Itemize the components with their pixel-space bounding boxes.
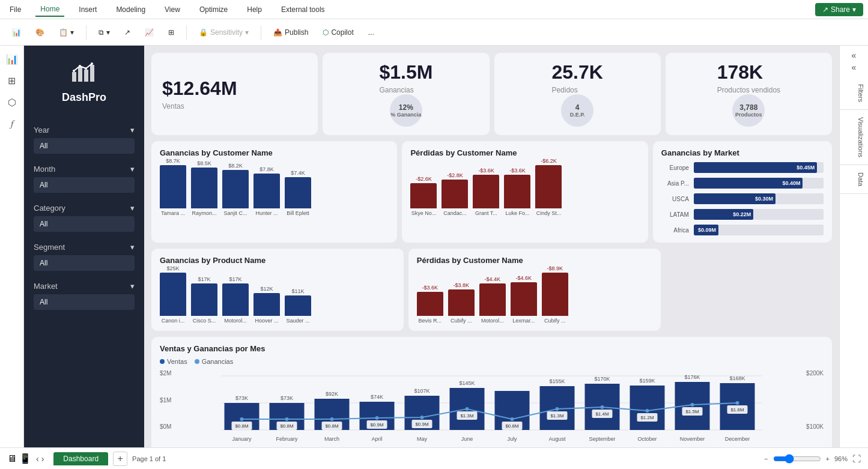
table-btn[interactable]: ⊞	[163, 26, 179, 39]
copilot-icon: ⬡	[323, 28, 329, 37]
filter-market-label[interactable]: Market ▾	[34, 282, 135, 291]
main-area: 📊 ⊞ ⬡ 𝑓 DashPro	[0, 46, 868, 447]
filter-category-select[interactable]: All	[34, 216, 135, 232]
perdidas-bar-0: -$2.6K Skye No...	[410, 176, 437, 216]
content-area: $12.64M Ventas $1.5M Ganancias 12% % Gan…	[144, 46, 839, 447]
ganancias-dot	[195, 359, 199, 364]
svg-rect-3	[90, 65, 94, 82]
kpi-pedidos-value: 25.7K	[551, 61, 602, 83]
insert-visual-btn[interactable]: 📈	[140, 26, 159, 39]
filter-month-select[interactable]: All	[34, 177, 135, 193]
chevron-down-icon: ▾	[130, 204, 135, 213]
zoom-plus-icon[interactable]: +	[826, 455, 830, 462]
publish-button[interactable]: 📤 Publish	[269, 26, 313, 39]
format-btn[interactable]: 🎨	[31, 26, 49, 39]
clipboard-btn[interactable]: 📋 ▾	[54, 26, 79, 39]
filter-segment-select[interactable]: All	[34, 255, 135, 271]
product-bar-0: $25K Canon i...	[160, 265, 186, 324]
menu-modeling[interactable]: Modeling	[111, 3, 150, 16]
share-button[interactable]: ↗ Share ▾	[815, 3, 863, 16]
chart-perdidas-customer: Pérdidas by Customer Name -$2.6K Skye No…	[402, 141, 648, 243]
next-page-btn[interactable]: ›	[41, 454, 44, 464]
kpi-ventas-value: $12.64M	[162, 77, 307, 100]
y-axis-right: $200K $100K	[806, 370, 824, 430]
svg-text:$1.3M: $1.3M	[460, 413, 474, 419]
tab-visualizations[interactable]: Visualizations	[840, 110, 868, 165]
add-page-btn[interactable]: +	[113, 452, 127, 466]
filter-month-label[interactable]: Month ▾	[34, 165, 135, 174]
copy-icon: ⧉	[99, 28, 104, 37]
zoom-level: 96%	[834, 455, 848, 462]
kpi-ganancias: $1.5M Ganancias 12% % Ganancia	[323, 53, 489, 135]
menu-external[interactable]: External tools	[276, 3, 330, 16]
dashboard-tab[interactable]: Dashboard	[53, 452, 108, 465]
fit-page-icon[interactable]: ⛶	[852, 454, 861, 464]
tab-filters[interactable]: Filters	[840, 77, 868, 110]
mobile-view-icon[interactable]: 📱	[19, 453, 31, 464]
menu-home[interactable]: Home	[35, 2, 64, 17]
filter-category-label[interactable]: Category ▾	[34, 204, 135, 213]
strip-dax-icon[interactable]: 𝑓	[4, 115, 20, 132]
menu-file[interactable]: File	[5, 3, 26, 16]
divider-1	[86, 25, 86, 40]
svg-text:November: November	[680, 436, 705, 442]
svg-text:$1.5M: $1.5M	[685, 409, 699, 414]
strip-model-icon[interactable]: ⬡	[4, 94, 20, 110]
legend-ganancias: Ganancias	[195, 358, 234, 365]
export-btn[interactable]: ↗	[120, 26, 135, 39]
copilot-button[interactable]: ⬡ Copilot	[318, 26, 358, 39]
prev-page-btn[interactable]: ‹	[36, 454, 39, 464]
page-nav: ‹ ›	[36, 454, 44, 464]
svg-text:$155K: $155K	[549, 378, 565, 384]
strip-chart-icon[interactable]: 📊	[4, 50, 20, 67]
chevron-down-icon: ▾	[106, 28, 110, 37]
kpi-productos-value: 178K	[717, 61, 780, 83]
svg-text:July: July	[507, 436, 517, 442]
menu-insert[interactable]: Insert	[74, 3, 102, 16]
new-visual-btn[interactable]: 📊	[7, 26, 26, 39]
svg-text:$73K: $73K	[281, 395, 293, 401]
collapse-right-btn[interactable]: «	[852, 62, 857, 72]
bar-chart-icon: 📈	[145, 28, 154, 37]
svg-point-24	[330, 417, 334, 421]
line-chart-legend: Ventas Ganancias	[160, 358, 824, 365]
chevron-down-icon: ▾	[130, 165, 135, 174]
svg-text:March: March	[324, 436, 339, 442]
svg-text:$168K: $168K	[729, 375, 745, 381]
svg-text:$0.8M: $0.8M	[505, 423, 519, 429]
zoom-minus-icon[interactable]: −	[764, 455, 768, 462]
kpi-ventas: $12.64M Ventas	[151, 53, 318, 135]
filter-market-select[interactable]: All	[34, 294, 135, 310]
filter-year-select[interactable]: All	[34, 138, 135, 154]
bar-col-0: $8.7K Tamara ...	[160, 158, 186, 216]
chart-ganancias-customer-title: Ganancias by Customer Name	[160, 148, 389, 157]
ventas-dot	[160, 359, 165, 364]
desktop-view-icon[interactable]: 🖥	[7, 453, 17, 464]
menu-help[interactable]: Help	[242, 3, 267, 16]
chart-product-title: Ganancias by Product Name	[160, 256, 395, 265]
market-row-4: Africa $0.09M	[661, 225, 824, 235]
zoom-slider[interactable]	[773, 454, 821, 464]
filter-year: Year ▾ All	[34, 126, 135, 154]
tab-data[interactable]: Data	[840, 165, 868, 194]
page-status: Page 1 of 1	[132, 455, 166, 462]
collapse-left-btn[interactable]: «	[852, 50, 857, 60]
svg-point-29	[556, 407, 559, 411]
menu-optimize[interactable]: Optimize	[195, 3, 232, 16]
kpi-ganancias-value: $1.5M	[379, 61, 432, 83]
strip-table-icon[interactable]: ⊞	[4, 72, 20, 89]
filter-segment: Segment ▾ All	[34, 243, 135, 271]
svg-point-30	[601, 405, 604, 409]
menu-view[interactable]: View	[160, 3, 185, 16]
ventas-ganancias-chart: Ventas y Ganancias por Mes Ventas Gananc…	[151, 337, 832, 447]
left-icon-strip: 📊 ⊞ ⬡ 𝑓	[0, 46, 24, 447]
publish-icon: 📤	[273, 28, 282, 37]
filter-year-label[interactable]: Year ▾	[34, 126, 135, 135]
filter-segment-label[interactable]: Segment ▾	[34, 243, 135, 252]
kpi-ganancias-badge: 12% % Ganancia	[390, 94, 422, 127]
copy-btn[interactable]: ⧉ ▾	[94, 26, 115, 39]
collapse-arrows: « «	[840, 46, 868, 77]
more-options-button[interactable]: ...	[363, 26, 379, 39]
legend-ventas: Ventas	[160, 358, 187, 365]
line-chart-svg: $73K $73K $92K $74K $107K $145K $155K	[179, 370, 804, 447]
